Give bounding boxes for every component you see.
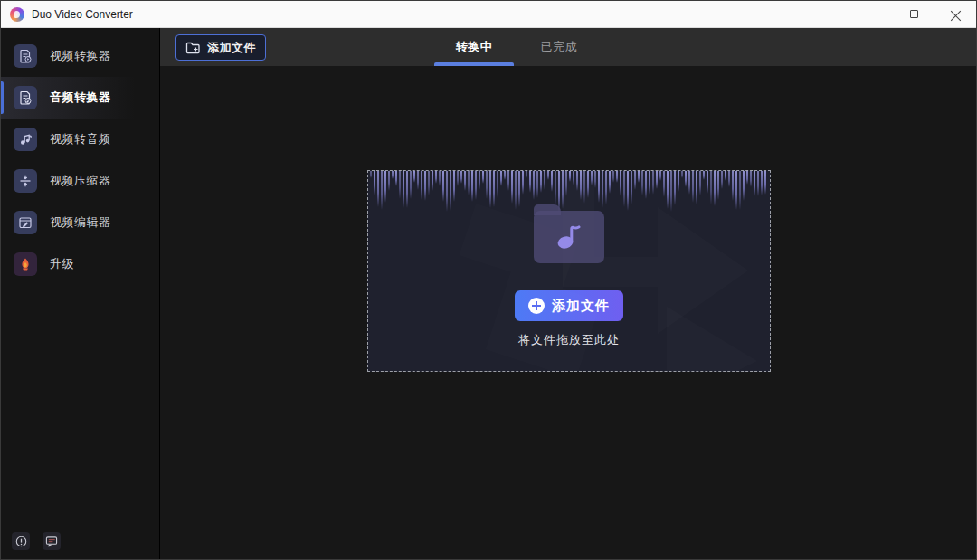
tab-label: 已完成 bbox=[541, 39, 578, 55]
sidebar-item-label: 视频压缩器 bbox=[50, 173, 111, 189]
tab-label: 转换中 bbox=[456, 39, 493, 55]
sidebar-item-audio-converter[interactable]: 音频转换器 bbox=[1, 77, 159, 119]
folder-add-icon bbox=[185, 41, 201, 54]
sidebar-item-label: 视频转换器 bbox=[50, 48, 111, 64]
minimize-button[interactable] bbox=[851, 1, 893, 27]
sidebar: 视频转换器 音频转换器 视频转音频 视频压缩器 视频编辑器 bbox=[1, 28, 160, 559]
sidebar-item-video-compressor[interactable]: 视频压缩器 bbox=[1, 160, 159, 202]
sidebar-footer bbox=[12, 532, 61, 550]
feedback-button[interactable] bbox=[43, 532, 61, 550]
close-icon bbox=[951, 9, 961, 19]
info-icon bbox=[15, 536, 27, 547]
video-to-audio-icon bbox=[14, 128, 37, 151]
window-controls bbox=[851, 1, 976, 27]
app-window: Duo Video Converter 视频转换器 音频转换器 视频转音频 bbox=[0, 0, 977, 560]
upgrade-icon bbox=[14, 252, 37, 276]
file-dropzone[interactable]: 添加文件 将文件拖放至此处 bbox=[367, 170, 771, 372]
main-content: 添加文件 将文件拖放至此处 bbox=[160, 66, 976, 559]
editor-icon bbox=[14, 211, 37, 234]
titlebar: Duo Video Converter bbox=[1, 1, 976, 28]
sidebar-item-video-to-audio[interactable]: 视频转音频 bbox=[1, 119, 159, 160]
sidebar-item-upgrade[interactable]: 升级 bbox=[1, 243, 159, 285]
header-bar: 添加文件 转换中 已完成 bbox=[160, 28, 976, 66]
app-title: Duo Video Converter bbox=[32, 8, 133, 21]
maximize-icon bbox=[910, 10, 918, 18]
app-logo-icon bbox=[10, 7, 24, 22]
maximize-button[interactable] bbox=[893, 1, 934, 27]
sidebar-item-video-converter[interactable]: 视频转换器 bbox=[1, 35, 159, 77]
sidebar-item-label: 视频转音频 bbox=[50, 131, 111, 147]
tab-converting[interactable]: 转换中 bbox=[432, 28, 517, 66]
about-button[interactable] bbox=[12, 532, 30, 550]
sidebar-item-video-editor[interactable]: 视频编辑器 bbox=[1, 202, 159, 243]
compressor-icon bbox=[14, 169, 37, 193]
music-note-icon bbox=[551, 219, 587, 255]
file-audio-icon bbox=[14, 86, 37, 109]
sidebar-item-label: 升级 bbox=[50, 256, 74, 272]
minimize-icon bbox=[868, 14, 877, 14]
tab-completed[interactable]: 已完成 bbox=[517, 28, 602, 66]
tab-bar: 转换中 已完成 bbox=[432, 28, 602, 66]
sidebar-item-label: 音频转换器 bbox=[50, 90, 111, 106]
add-files-toolbar-button[interactable]: 添加文件 bbox=[175, 34, 266, 61]
feedback-icon bbox=[45, 536, 58, 547]
sidebar-item-label: 视频编辑器 bbox=[50, 214, 111, 231]
plus-circle-icon bbox=[528, 298, 545, 314]
audio-folder-icon bbox=[534, 211, 604, 263]
close-button[interactable] bbox=[934, 1, 976, 27]
file-video-icon bbox=[14, 44, 37, 68]
add-files-toolbar-label: 添加文件 bbox=[207, 40, 256, 56]
